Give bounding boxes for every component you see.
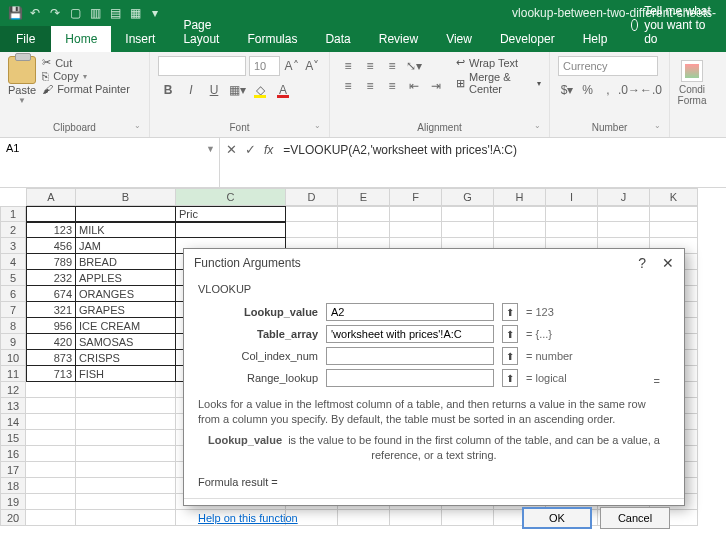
border-button[interactable]: ▦▾ bbox=[227, 80, 247, 100]
row-header-9[interactable]: 9 bbox=[0, 334, 26, 350]
cell-B19[interactable] bbox=[76, 494, 176, 510]
accept-formula-icon[interactable]: ✓ bbox=[245, 142, 256, 157]
row-header-18[interactable]: 18 bbox=[0, 478, 26, 494]
tab-data[interactable]: Data bbox=[311, 26, 364, 52]
name-box[interactable]: ▼ bbox=[0, 138, 220, 187]
row-header-20[interactable]: 20 bbox=[0, 510, 26, 526]
cell-B12[interactable] bbox=[76, 382, 176, 398]
cell-A2[interactable]: 123 bbox=[26, 222, 76, 238]
cancel-formula-icon[interactable]: ✕ bbox=[226, 142, 237, 157]
cell-A9[interactable]: 420 bbox=[26, 334, 76, 350]
align-middle-button[interactable]: ≡ bbox=[360, 56, 380, 76]
ok-button[interactable]: OK bbox=[522, 507, 592, 529]
cell-A14[interactable] bbox=[26, 414, 76, 430]
cell-A12[interactable] bbox=[26, 382, 76, 398]
cell-E1[interactable] bbox=[338, 206, 390, 222]
cell-A11[interactable]: 713 bbox=[26, 366, 76, 382]
align-right-button[interactable]: ≡ bbox=[382, 76, 402, 96]
cell-B1[interactable] bbox=[76, 206, 176, 222]
help-link[interactable]: Help on this function bbox=[198, 512, 298, 524]
col-header-G[interactable]: G bbox=[442, 188, 494, 206]
row-header-17[interactable]: 17 bbox=[0, 462, 26, 478]
row-header-13[interactable]: 13 bbox=[0, 398, 26, 414]
merge-center-button[interactable]: ⊞Merge & Center ▾ bbox=[456, 71, 541, 95]
cell-E2[interactable] bbox=[338, 222, 390, 238]
chevron-down-icon[interactable]: ▼ bbox=[206, 144, 215, 154]
comma-button[interactable]: , bbox=[599, 80, 617, 100]
undo-icon[interactable]: ↶ bbox=[26, 4, 44, 22]
tab-help[interactable]: Help bbox=[569, 26, 622, 52]
cell-B14[interactable] bbox=[76, 414, 176, 430]
cell-A17[interactable] bbox=[26, 462, 76, 478]
cell-H1[interactable] bbox=[494, 206, 546, 222]
arg-lookup-value-input[interactable] bbox=[326, 303, 494, 321]
cell-A16[interactable] bbox=[26, 446, 76, 462]
row-header-2[interactable]: 2 bbox=[0, 222, 26, 238]
underline-button[interactable]: U bbox=[204, 80, 224, 100]
currency-button[interactable]: $▾ bbox=[558, 80, 576, 100]
cell-K2[interactable] bbox=[650, 222, 698, 238]
cell-B9[interactable]: SAMOSAS bbox=[76, 334, 176, 350]
col-header-A[interactable]: A bbox=[26, 188, 76, 206]
open-icon[interactable]: ▥ bbox=[86, 4, 104, 22]
name-box-input[interactable] bbox=[6, 142, 213, 154]
wrap-text-button[interactable]: ↩Wrap Text bbox=[456, 56, 541, 69]
decrease-indent-button[interactable]: ⇤ bbox=[404, 76, 424, 96]
row-header-16[interactable]: 16 bbox=[0, 446, 26, 462]
cell-B16[interactable] bbox=[76, 446, 176, 462]
cell-F1[interactable] bbox=[390, 206, 442, 222]
help-icon[interactable]: ? bbox=[638, 255, 646, 271]
cell-G1[interactable] bbox=[442, 206, 494, 222]
tab-formulas[interactable]: Formulas bbox=[233, 26, 311, 52]
cell-B20[interactable] bbox=[76, 510, 176, 526]
ref-edit-icon[interactable]: ⬆ bbox=[502, 369, 518, 387]
number-format-combo[interactable]: Currency bbox=[558, 56, 658, 76]
tab-file[interactable]: File bbox=[0, 26, 51, 52]
cell-B15[interactable] bbox=[76, 430, 176, 446]
align-left-button[interactable]: ≡ bbox=[338, 76, 358, 96]
row-header-3[interactable]: 3 bbox=[0, 238, 26, 254]
save-icon[interactable]: 💾 bbox=[6, 4, 24, 22]
cell-A5[interactable]: 232 bbox=[26, 270, 76, 286]
row-header-12[interactable]: 12 bbox=[0, 382, 26, 398]
cell-K1[interactable] bbox=[650, 206, 698, 222]
cell-A7[interactable]: 321 bbox=[26, 302, 76, 318]
cell-A3[interactable]: 456 bbox=[26, 238, 76, 254]
bold-button[interactable]: B bbox=[158, 80, 178, 100]
cell-B10[interactable]: CRISPS bbox=[76, 350, 176, 366]
tab-developer[interactable]: Developer bbox=[486, 26, 569, 52]
align-bottom-button[interactable]: ≡ bbox=[382, 56, 402, 76]
row-header-7[interactable]: 7 bbox=[0, 302, 26, 318]
ref-edit-icon[interactable]: ⬆ bbox=[502, 325, 518, 343]
col-header-I[interactable]: I bbox=[546, 188, 598, 206]
ref-edit-icon[interactable]: ⬆ bbox=[502, 303, 518, 321]
cell-D1[interactable] bbox=[286, 206, 338, 222]
col-header-E[interactable]: E bbox=[338, 188, 390, 206]
tab-page-layout[interactable]: Page Layout bbox=[169, 12, 233, 52]
percent-button[interactable]: % bbox=[578, 80, 596, 100]
fx-icon[interactable]: fx bbox=[264, 143, 273, 157]
cell-I1[interactable] bbox=[546, 206, 598, 222]
paste-button[interactable]: Paste ▼ bbox=[8, 56, 36, 105]
align-center-button[interactable]: ≡ bbox=[360, 76, 380, 96]
column-headers[interactable]: ABCDEFGHIJK bbox=[26, 188, 726, 206]
orientation-button[interactable]: ⤡▾ bbox=[404, 56, 424, 76]
cancel-button[interactable]: Cancel bbox=[600, 507, 670, 529]
cell-B3[interactable]: JAM bbox=[76, 238, 176, 254]
cell-B8[interactable]: ICE CREAM bbox=[76, 318, 176, 334]
decrease-font-button[interactable]: A˅ bbox=[303, 56, 321, 76]
row-header-6[interactable]: 6 bbox=[0, 286, 26, 302]
fill-color-button[interactable]: ◇ bbox=[250, 80, 270, 100]
align-top-button[interactable]: ≡ bbox=[338, 56, 358, 76]
cell-A18[interactable] bbox=[26, 478, 76, 494]
preview-icon[interactable]: ▦ bbox=[126, 4, 144, 22]
increase-indent-button[interactable]: ⇥ bbox=[426, 76, 446, 96]
cell-A19[interactable] bbox=[26, 494, 76, 510]
ref-edit-icon[interactable]: ⬆ bbox=[502, 347, 518, 365]
cell-F2[interactable] bbox=[390, 222, 442, 238]
tab-review[interactable]: Review bbox=[365, 26, 432, 52]
increase-font-button[interactable]: A˄ bbox=[283, 56, 301, 76]
arg-table-array-input[interactable] bbox=[326, 325, 494, 343]
cell-C2[interactable] bbox=[176, 222, 286, 238]
cell-I2[interactable] bbox=[546, 222, 598, 238]
